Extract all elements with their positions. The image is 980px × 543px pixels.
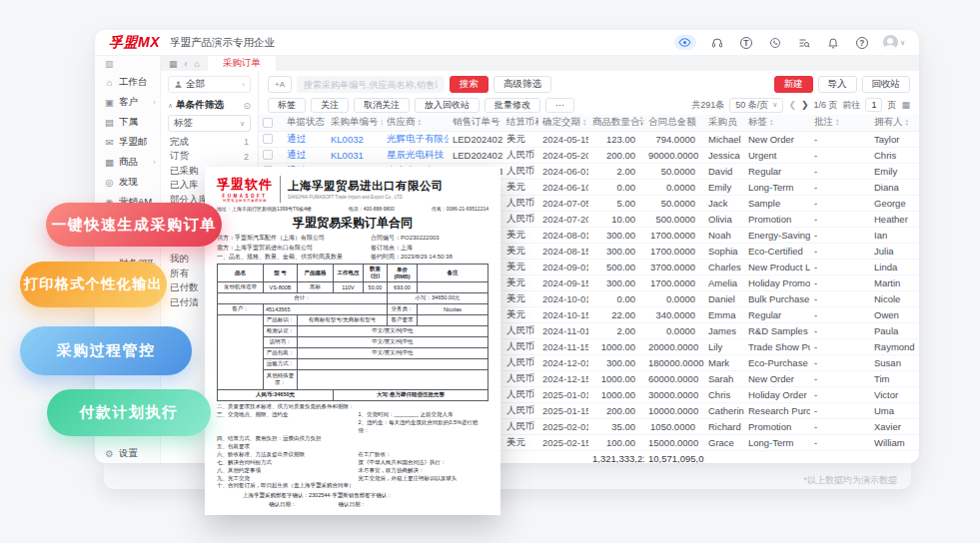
cell-buyer: Amelia xyxy=(704,274,744,290)
cell-owner: Nicole xyxy=(870,290,919,306)
confirm-date-left: 确认日期： xyxy=(269,501,297,508)
filter-item-label: 我的 xyxy=(170,253,189,266)
filter-item-label: 已付数 xyxy=(170,281,199,294)
cell-note: - xyxy=(810,370,870,386)
totals-cell xyxy=(502,450,538,463)
column-header-结算币种[interactable]: 结算币种 xyxy=(502,115,538,131)
quick-filter-icon-button[interactable]: +A xyxy=(268,76,292,93)
translate-icon: T xyxy=(740,37,752,49)
select-all-checkbox[interactable] xyxy=(263,118,273,128)
cell-owner: Raymond xyxy=(870,338,919,354)
doc-logo-cn: 孚盟软件 xyxy=(217,176,273,194)
goto-page-input[interactable] xyxy=(865,98,882,112)
toolbar-button-关注[interactable]: 关注 xyxy=(311,98,349,113)
contract-col-品名: 品名 xyxy=(218,264,264,281)
cell-tag: R&D Samples xyxy=(744,322,810,338)
cell-tag: Promotion xyxy=(744,418,810,434)
tag-filter-select[interactable]: 标签 ∨ xyxy=(168,115,251,132)
cell-qty: 5.00 xyxy=(588,195,644,211)
contract-attr-value xyxy=(298,358,489,369)
filter-settings-icon[interactable]: ⊙ xyxy=(243,101,251,111)
toolbar-button-批量修改[interactable]: 批量修改 xyxy=(485,98,540,113)
sidebar-item-客户[interactable]: ▣客户› xyxy=(95,92,160,112)
sidebar-item-设置[interactable]: ⚙设置 xyxy=(95,443,160,463)
sidebar-collapse-icon[interactable]: ▥ xyxy=(95,58,160,72)
contract-attr-label: 说明书： xyxy=(264,336,298,347)
totals-cell xyxy=(704,450,744,463)
demo-eye-icon[interactable] xyxy=(674,35,696,50)
column-header-商品数量合计[interactable]: 商品数量合计 xyxy=(588,115,644,131)
cell-sup[interactable]: 光辉电子有限公司 xyxy=(383,131,449,147)
contract-account-row: 客户：45143565业务员：Nicolas xyxy=(218,303,489,314)
contract-supplier: 供方：孚盟斯汽车配件（上海）有限公司 xyxy=(217,234,353,244)
toolbar-button-标签[interactable]: 标签 xyxy=(268,98,306,113)
headset-icon[interactable] xyxy=(709,35,725,51)
tab-grid-icon[interactable]: ▦ xyxy=(169,59,178,69)
column-header-单据状态[interactable]: 单据状态▲▼ xyxy=(283,115,327,131)
sidebar-item-下属[interactable]: ▤下属 xyxy=(95,112,160,132)
cell-owner: Uma xyxy=(870,402,919,418)
search-input[interactable] xyxy=(297,76,445,93)
page-size-select[interactable]: 50 条/页 ∨ xyxy=(729,98,783,113)
cell-amt: 30000.0000 xyxy=(644,386,704,402)
translate-icon[interactable]: T xyxy=(738,35,754,51)
sidebar-item-发现[interactable]: ◎发现 xyxy=(95,172,160,192)
cell-qty: 10.00 xyxy=(588,211,644,227)
cell-cur: 美元 xyxy=(502,306,538,322)
next-page-button[interactable]: ❯ xyxy=(801,100,809,110)
column-header-供应商[interactable]: 供应商▲▼ xyxy=(383,115,449,131)
help-icon[interactable]: ? xyxy=(854,35,870,51)
toolbar-button-···[interactable]: ··· xyxy=(545,98,574,113)
sidebar-item-商品[interactable]: ▦商品› xyxy=(95,152,160,172)
row-checkbox[interactable] xyxy=(263,134,273,144)
column-settings-icon[interactable]: ▦ xyxy=(901,100,910,110)
sidebar-item-孚盟邮[interactable]: ✉孚盟邮 xyxy=(95,132,160,152)
row-checkbox[interactable] xyxy=(263,150,273,160)
cell-date: 2025-02-15 xyxy=(538,434,588,450)
column-header-标签[interactable]: 标签▲▼ xyxy=(744,115,810,131)
cell-status[interactable]: 通过 xyxy=(283,131,327,147)
total-count: 共291条 xyxy=(691,99,724,112)
column-header-销售订单号[interactable]: 销售订单号▲▼ xyxy=(449,115,502,131)
sort-icon: ▲▼ xyxy=(905,119,909,126)
import-button[interactable]: 导入 xyxy=(818,76,857,93)
toolbar-button-取消关注[interactable]: 取消关注 xyxy=(354,98,410,113)
scope-label: 全部 xyxy=(186,78,205,91)
toolbar-button-放入回收站[interactable]: 放入回收站 xyxy=(415,98,480,113)
avatar[interactable]: ∨ xyxy=(883,35,905,51)
column-header-确定交期[interactable]: 确定交期▲▼ xyxy=(538,115,588,131)
column-header-采购员[interactable]: 采购员 xyxy=(704,115,744,131)
sidebar-item-工作台[interactable]: ⌂工作台 xyxy=(95,72,160,92)
contract-number: 合同编号：PO230222003 xyxy=(353,234,489,244)
totals-cell xyxy=(744,450,810,463)
cell-sup[interactable]: 星辰光电科技 xyxy=(383,147,449,163)
tab-home-icon[interactable]: ⌂ xyxy=(195,59,200,69)
cell-po[interactable]: KL0032 xyxy=(327,131,383,147)
totals-cell: 10,571,095,05... xyxy=(644,450,704,463)
cell-po[interactable]: KL0031 xyxy=(327,147,383,163)
column-header-采购单编号[interactable]: 采购单编号▲▼ xyxy=(327,115,383,131)
cell-qty: 35.00 xyxy=(588,418,644,434)
cell-buyer: Daniel xyxy=(704,290,744,306)
recycle-bin-button[interactable]: 回收站 xyxy=(862,76,911,93)
bell-icon[interactable] xyxy=(825,35,841,51)
prev-page-button[interactable]: ❮ xyxy=(788,100,796,110)
search-button[interactable]: 搜索 xyxy=(450,76,489,93)
create-button[interactable]: 新建 xyxy=(774,76,813,93)
task-list-icon[interactable] xyxy=(796,35,812,51)
scope-selector[interactable]: 全部 › xyxy=(168,76,251,93)
column-header-拥有人[interactable]: 拥有人▲▼ xyxy=(870,115,919,131)
column-header-合同总金额[interactable]: 合同总金额 xyxy=(644,115,704,131)
cell-owner: Owen xyxy=(870,306,919,322)
tab-purchase-orders[interactable]: 采购订单 xyxy=(208,56,276,71)
tab-back-icon[interactable]: ‹ xyxy=(185,59,188,69)
contract-col-工作电压: 工作电压 xyxy=(334,264,364,281)
column-header-批注[interactable]: 批注▲▼ xyxy=(810,115,870,131)
contract-clause: 八、其他约定事项未尽事宜，双方协商解决： xyxy=(217,467,489,475)
filter-header[interactable]: ∧ 单条件筛选 ⊙ xyxy=(168,96,251,115)
advanced-filter-button[interactable]: 高级筛选 xyxy=(493,76,551,93)
filter-item-订货[interactable]: 订货2 xyxy=(168,150,251,165)
cell-status[interactable]: 通过 xyxy=(283,147,327,163)
filter-item-完成[interactable]: 完成1 xyxy=(168,135,251,150)
whatsapp-icon[interactable] xyxy=(767,35,783,51)
